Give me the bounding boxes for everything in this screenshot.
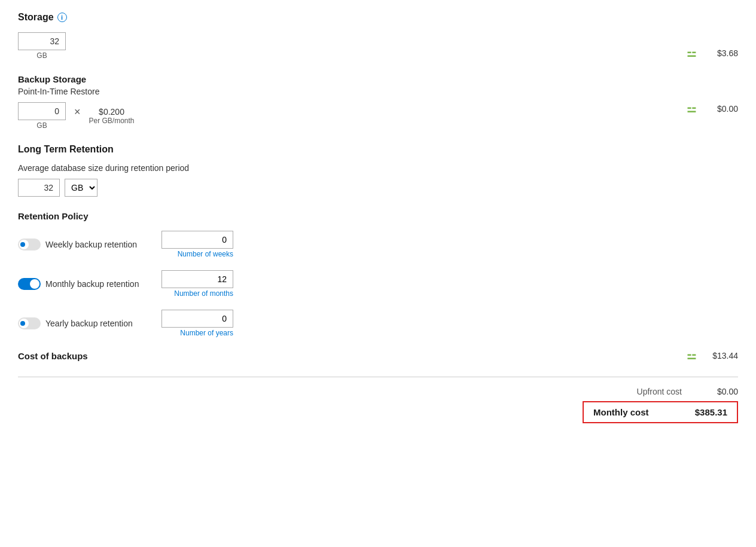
storage-input[interactable] xyxy=(18,32,66,50)
monthly-toggle-container: Monthly backup retention xyxy=(18,278,150,290)
monthly-input-col: Number of months xyxy=(161,270,233,298)
yearly-label: Yearly backup retention xyxy=(45,319,133,328)
pitr-price-col: ⚍ $0.00 xyxy=(687,102,738,115)
pitr-input-wrapper: GB xyxy=(18,102,66,130)
divider xyxy=(18,377,738,377)
cost-of-backups-price: $13.44 xyxy=(702,351,738,360)
summary-section: Upfront cost $0.00 Monthly cost $385.31 xyxy=(18,387,738,423)
monthly-input-label: Number of months xyxy=(161,289,233,298)
monthly-cost-box: Monthly cost $385.31 xyxy=(583,401,738,423)
weekly-input-col: Number of weeks xyxy=(161,231,233,258)
storage-title: Storage i xyxy=(18,12,738,23)
pitr-price: $0.00 xyxy=(702,104,738,114)
pitr-input[interactable] xyxy=(18,102,66,120)
weekly-toggle-dot xyxy=(20,242,25,247)
monthly-toggle-knob xyxy=(30,279,39,289)
pitr-unit-label: GB xyxy=(36,121,47,130)
yearly-input-col: Number of years xyxy=(161,310,233,337)
storage-unit-label: GB xyxy=(36,51,47,60)
monthly-cost-label: Monthly cost xyxy=(593,407,649,417)
yearly-input[interactable] xyxy=(161,310,233,328)
cost-of-backups-equals-icon: ⚍ xyxy=(687,349,696,362)
per-gb-value: $0.200 xyxy=(99,107,124,117)
cost-of-backups-label: Cost of backups xyxy=(18,351,88,361)
monthly-toggle[interactable] xyxy=(18,278,41,290)
backup-storage-title: Backup Storage xyxy=(18,74,738,84)
avg-db-row: GB TB xyxy=(18,179,738,197)
avg-db-input[interactable] xyxy=(18,179,60,197)
weekly-retention-row: Weekly backup retention Number of weeks xyxy=(18,231,738,258)
weekly-input-label: Number of weeks xyxy=(161,250,233,258)
storage-price-col: ⚍ $3.68 xyxy=(687,47,738,60)
weekly-toggle[interactable] xyxy=(18,239,41,250)
cost-of-backups-row: Cost of backups ⚍ $13.44 xyxy=(18,349,738,362)
storage-row: GB ⚍ $3.68 xyxy=(18,32,738,60)
upfront-cost-row: Upfront cost $0.00 xyxy=(610,387,738,396)
upfront-cost-label: Upfront cost xyxy=(610,387,682,396)
storage-info-icon[interactable]: i xyxy=(57,13,67,22)
weekly-label: Weekly backup retention xyxy=(45,240,137,249)
storage-price: $3.68 xyxy=(702,48,738,58)
storage-input-group: GB xyxy=(18,32,66,60)
ltr-title: Long Term Retention xyxy=(18,144,738,155)
avg-db-unit-select[interactable]: GB TB xyxy=(65,179,97,197)
storage-equals-icon: ⚍ xyxy=(687,47,696,60)
multiply-sign: × xyxy=(74,106,81,118)
weekly-input[interactable] xyxy=(161,231,233,249)
yearly-toggle-dot xyxy=(20,321,25,326)
monthly-cost-value: $385.31 xyxy=(695,407,727,417)
ltr-section: Long Term Retention Average database siz… xyxy=(18,144,738,197)
pitr-row: GB × $0.200 Per GB/month ⚍ $0.00 xyxy=(18,102,738,130)
yearly-toggle[interactable] xyxy=(18,317,41,329)
storage-title-text: Storage xyxy=(18,12,54,23)
yearly-retention-row: Yearly backup retention Number of years xyxy=(18,310,738,337)
pitr-left: GB × $0.200 Per GB/month xyxy=(18,102,135,130)
monthly-retention-row: Monthly backup retention Number of month… xyxy=(18,270,738,298)
per-gb-label: Per GB/month xyxy=(89,117,135,125)
weekly-toggle-container: Weekly backup retention xyxy=(18,239,150,250)
monthly-label: Monthly backup retention xyxy=(45,279,139,289)
per-gb-col: $0.200 Per GB/month xyxy=(89,107,135,125)
cost-of-backups-price-col: ⚍ $13.44 xyxy=(687,349,738,362)
retention-policy-title: Retention Policy xyxy=(18,211,738,221)
pitr-subtitle: Point-In-Time Restore xyxy=(18,87,738,96)
storage-input-wrapper: GB xyxy=(18,32,66,60)
pitr-equals-icon: ⚍ xyxy=(687,102,696,115)
monthly-input[interactable] xyxy=(161,270,233,288)
upfront-cost-value: $0.00 xyxy=(696,387,738,396)
yearly-toggle-container: Yearly backup retention xyxy=(18,317,150,329)
yearly-input-label: Number of years xyxy=(161,329,233,337)
avg-db-label: Average database size during retention p… xyxy=(18,163,738,173)
